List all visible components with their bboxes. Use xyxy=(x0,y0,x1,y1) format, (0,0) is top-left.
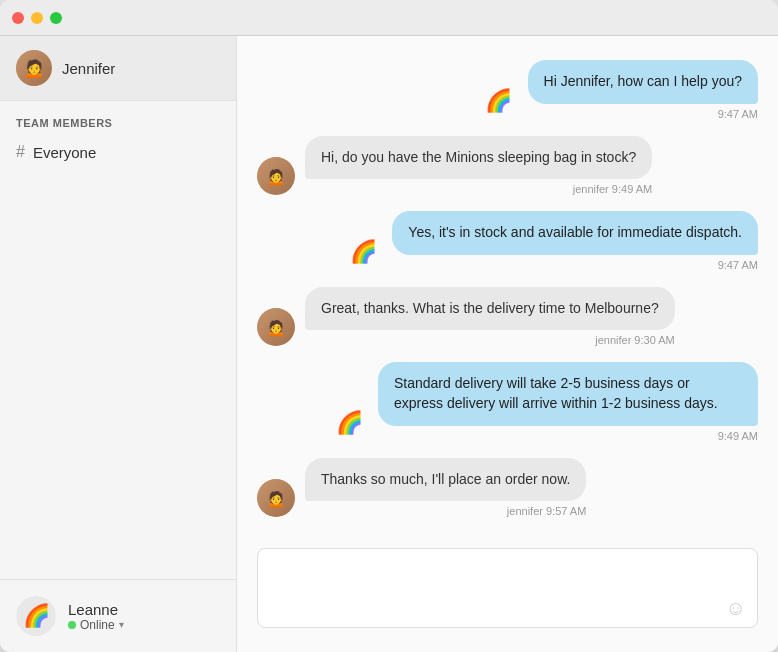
sidebar-footer: 🌈 Leanne Online ▾ xyxy=(0,579,236,652)
status-text: Online xyxy=(80,618,115,632)
bubble-wrap: Yes, it's in stock and available for imm… xyxy=(392,211,758,271)
message-meta: 9:49 AM xyxy=(378,430,758,442)
message-meta: jennifer 9:57 AM xyxy=(305,505,586,517)
user-avatar: 🙍 xyxy=(257,479,295,517)
message-meta: 9:47 AM xyxy=(392,259,758,271)
sidebar-user-name: Jennifer xyxy=(62,60,115,77)
bot-avatar: 🌈 xyxy=(344,233,382,271)
message-bubble: Standard delivery will take 2-5 business… xyxy=(378,362,758,425)
message-meta: 9:47 AM xyxy=(528,108,758,120)
titlebar xyxy=(0,0,778,36)
user-avatar: 🙍 xyxy=(257,157,295,195)
message-meta: jennifer 9:49 AM xyxy=(305,183,652,195)
minimize-button[interactable] xyxy=(31,12,43,24)
input-wrapper: ☺ xyxy=(257,548,758,632)
app-window: 🙍 Jennifer TEAM MEMBERS # Everyone 🌈 xyxy=(0,0,778,652)
message-bubble: Hi Jennifer, how can I help you? xyxy=(528,60,758,104)
bubble-wrap: Hi, do you have the Minions sleeping bag… xyxy=(305,136,652,196)
footer-user-info: Leanne Online ▾ xyxy=(68,601,124,632)
main-content: 🙍 Jennifer TEAM MEMBERS # Everyone 🌈 xyxy=(0,36,778,652)
team-members-label: TEAM MEMBERS xyxy=(0,101,236,137)
emoji-button[interactable]: ☺ xyxy=(726,597,746,620)
sidebar-header-user: 🙍 Jennifer xyxy=(0,36,236,101)
channel-name: Everyone xyxy=(33,144,96,161)
footer-user-name: Leanne xyxy=(68,601,124,618)
message-row: 🙍Great, thanks. What is the delivery tim… xyxy=(257,287,758,347)
sidebar-user-avatar: 🙍 xyxy=(16,50,52,86)
bubble-wrap: Thanks so much, I'll place an order now.… xyxy=(305,458,586,518)
message-bubble: Hi, do you have the Minions sleeping bag… xyxy=(305,136,652,180)
message-row: 🙍Hi, do you have the Minions sleeping ba… xyxy=(257,136,758,196)
maximize-button[interactable] xyxy=(50,12,62,24)
footer-status[interactable]: Online ▾ xyxy=(68,618,124,632)
footer-user-avatar: 🌈 xyxy=(16,596,56,636)
messages-list: Hi Jennifer, how can I help you?9:47 AM🌈… xyxy=(237,36,778,536)
user-avatar: 🙍 xyxy=(257,308,295,346)
message-row: 🙍Thanks so much, I'll place an order now… xyxy=(257,458,758,518)
message-bubble: Thanks so much, I'll place an order now. xyxy=(305,458,586,502)
message-row: Standard delivery will take 2-5 business… xyxy=(257,362,758,441)
bot-avatar: 🌈 xyxy=(480,82,518,120)
message-row: Yes, it's in stock and available for imm… xyxy=(257,211,758,271)
close-button[interactable] xyxy=(12,12,24,24)
channel-everyone[interactable]: # Everyone xyxy=(0,137,236,167)
chevron-down-icon: ▾ xyxy=(119,619,124,630)
bubble-wrap: Great, thanks. What is the delivery time… xyxy=(305,287,675,347)
message-bubble: Great, thanks. What is the delivery time… xyxy=(305,287,675,331)
chat-input[interactable] xyxy=(257,548,758,628)
online-status-dot xyxy=(68,621,76,629)
chat-input-area: ☺ xyxy=(237,536,778,652)
sidebar: 🙍 Jennifer TEAM MEMBERS # Everyone 🌈 xyxy=(0,36,237,652)
chat-area: Hi Jennifer, how can I help you?9:47 AM🌈… xyxy=(237,36,778,652)
message-meta: jennifer 9:30 AM xyxy=(305,334,675,346)
message-bubble: Yes, it's in stock and available for imm… xyxy=(392,211,758,255)
bubble-wrap: Standard delivery will take 2-5 business… xyxy=(378,362,758,441)
bubble-wrap: Hi Jennifer, how can I help you?9:47 AM xyxy=(528,60,758,120)
bot-avatar: 🌈 xyxy=(330,404,368,442)
channel-hash-icon: # xyxy=(16,143,25,161)
message-row: Hi Jennifer, how can I help you?9:47 AM🌈 xyxy=(257,60,758,120)
